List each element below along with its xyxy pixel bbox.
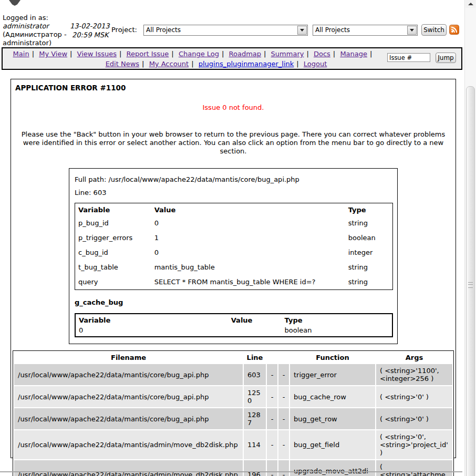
switch-button[interactable]: Switch (421, 24, 447, 36)
col-header-function: Function (290, 352, 375, 363)
subproject-select-value: All Projects (315, 26, 350, 34)
var-type: boolean (345, 231, 393, 245)
trace-args: ( <string>'1100', <integer>256 ) (376, 364, 452, 385)
page: Logged in as: administrator (Администрат… (0, 0, 476, 476)
col-header-empty (278, 352, 289, 363)
error-instructions: Please use the "Back" button in your web… (15, 130, 451, 156)
col-header-filename: Filename (14, 352, 243, 363)
table-row: p_trigger_errors 1 boolean (75, 231, 393, 245)
trace-filename: /usr/local/www/apache22/data/mantis/core… (14, 386, 243, 407)
table-header-row: Filename Line Function Args (14, 352, 452, 363)
menu-separator: | (70, 50, 72, 58)
trace-filename: /usr/local/www/apache22/data/mantis/admi… (14, 430, 243, 459)
trace-args: ( <string>'0' ) (376, 386, 452, 407)
menu-item-plugin-manager[interactable]: plugins_pluginmanager_link (199, 60, 294, 68)
col-header-value: Value (151, 203, 345, 216)
trace-args: ( <string>'0', <string>'project_id' ) (376, 430, 452, 459)
menu-row-1: Main| My View| View Issues| Report Issue… (3, 49, 385, 59)
menu-separator: | (32, 50, 34, 58)
var-name: p_trigger_errors (75, 231, 151, 245)
arrow-up-icon (468, 3, 473, 5)
trace-dash: - (278, 364, 289, 385)
col-header-value: Value (202, 314, 282, 325)
project-select-value: All Projects (146, 26, 181, 34)
error-content-box: APPLICATION ERROR #1100 Issue 0 not foun… (11, 79, 456, 458)
var-value: 0 (151, 216, 345, 231)
full-path: Full path: /usr/local/www/apache22/data/… (75, 175, 393, 183)
var-name: p_bug_id (75, 216, 151, 231)
project-label: Project: (111, 26, 137, 34)
table-row: /usr/local/www/apache22/data/mantis/admi… (14, 430, 452, 459)
mantis-logo-partial-icon (9, 0, 20, 6)
menu-separator: | (222, 50, 224, 58)
col-header-variable: Variable (75, 314, 202, 325)
trace-args: ( <string>'attachment' ) (376, 460, 452, 476)
chevron-down-icon[interactable] (297, 26, 307, 35)
table-row: 0 boolean (75, 325, 392, 337)
time: 20:59 MSK (70, 30, 114, 39)
trace-dash: - (267, 364, 277, 385)
issue-number-input[interactable] (387, 53, 430, 62)
chevron-down-icon[interactable] (407, 26, 417, 35)
trace-dash: - (267, 430, 277, 459)
scrollbar-up-button[interactable] (465, 0, 475, 8)
var-value: mantis_bug_table (151, 260, 345, 275)
menu-item-docs[interactable]: Docs (314, 50, 330, 58)
login-info: Logged in as: administrator (Администрат… (3, 14, 70, 47)
menu-separator: | (142, 60, 144, 68)
col-header-args: Args (376, 352, 452, 363)
table-row: /usr/local/www/apache22/data/mantis/core… (14, 408, 452, 429)
trace-filename: /usr/local/www/apache22/data/mantis/core… (14, 364, 243, 385)
var-type: string (345, 260, 393, 275)
menu-row-2: Edit News| My Account| plugins_pluginman… (3, 59, 430, 69)
trace-filename: /usr/local/www/apache22/data/mantis/core… (14, 408, 243, 429)
menu-item-change-log[interactable]: Change Log (179, 50, 219, 58)
error-title: APPLICATION ERROR #1100 (15, 84, 456, 92)
trace-dash: - (278, 460, 289, 476)
menu-item-report-issue[interactable]: Report Issue (127, 50, 169, 58)
var-value: 1 (151, 231, 345, 245)
menu-item-summary[interactable]: Summary (271, 50, 304, 58)
var-name: 0 (75, 325, 202, 337)
logged-in-label: Logged in as: (3, 14, 70, 22)
stack-trace-table: Filename Line Function Args /usr/local/w… (13, 350, 454, 476)
trace-line: 196 (244, 460, 266, 476)
table-row: t_bug_table mantis_bug_table string (75, 260, 393, 275)
table-row: /usr/local/www/apache22/data/mantis/admi… (14, 460, 452, 476)
menu-separator: | (296, 60, 298, 68)
table-header-row: Variable Value Type (75, 314, 392, 325)
var-value: SELECT * FROM mantis_bug_table WHERE id=… (151, 275, 345, 290)
var-type: integer (345, 245, 393, 260)
col-header-empty (267, 352, 277, 363)
menu-separator: | (264, 50, 266, 58)
subproject-select[interactable]: All Projects (313, 25, 418, 36)
debug-details-box: Full path: /usr/local/www/apache22/data/… (69, 168, 398, 344)
menu-item-my-view[interactable]: My View (39, 50, 67, 58)
trace-function: upgrade_move_att2disk (290, 460, 375, 476)
var-value (202, 325, 282, 337)
menu-item-manage[interactable]: Manage (340, 50, 367, 58)
menu-item-roadmap[interactable]: Roadmap (229, 50, 262, 58)
menu-separator: | (119, 50, 121, 58)
datetime: 13-02-2013 20:59 MSK (70, 22, 114, 39)
rss-icon[interactable] (449, 25, 459, 35)
menu-item-main[interactable]: Main (13, 50, 29, 58)
trace-function: bug_get_field (290, 430, 375, 459)
cache-table: Variable Value Type 0 boolean (75, 313, 393, 337)
scrollbar-thumb[interactable] (466, 86, 475, 476)
menu-separator: | (370, 50, 372, 58)
scrollbar[interactable] (464, 0, 476, 476)
menu-item-view-issues[interactable]: View Issues (77, 50, 117, 58)
menu-item-my-account[interactable]: My Account (149, 60, 189, 68)
var-type: string (345, 275, 393, 290)
menu-item-edit-news[interactable]: Edit News (106, 60, 139, 68)
menu-item-logout[interactable]: Logout (304, 60, 327, 68)
menu-separator: | (191, 60, 193, 68)
col-header-type: Type (282, 314, 392, 325)
trace-line: 603 (244, 364, 266, 385)
project-select[interactable]: All Projects (143, 25, 308, 36)
trace-dash: - (278, 408, 289, 429)
trace-args: ( <string>'0' ) (376, 408, 452, 429)
table-row: c_bug_id 0 integer (75, 245, 393, 260)
jump-button[interactable]: Jump (436, 53, 456, 63)
